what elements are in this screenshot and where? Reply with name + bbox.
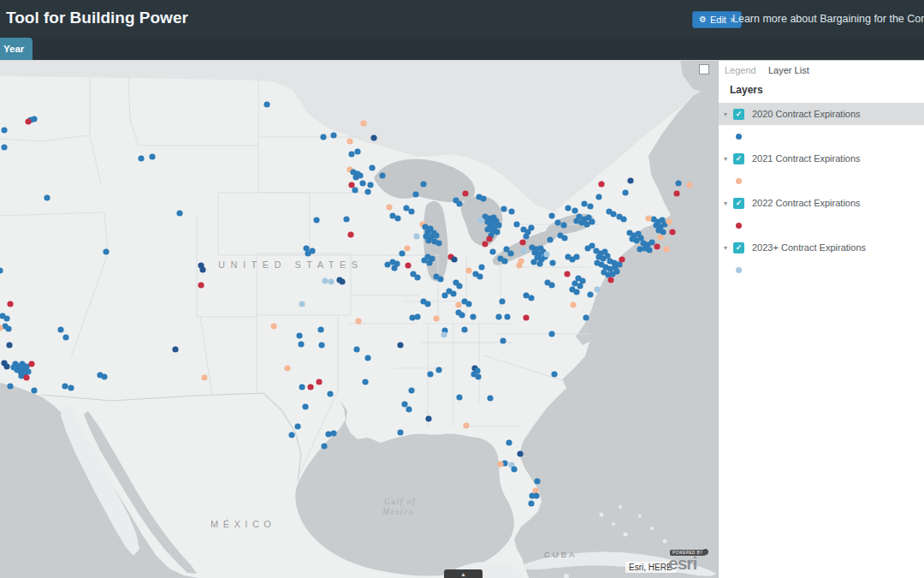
map-dot[interactable]	[316, 378, 322, 384]
map-dot[interactable]	[500, 206, 506, 212]
map-dot[interactable]	[482, 241, 488, 247]
map-dot[interactable]	[561, 235, 567, 241]
map-dot[interactable]	[564, 271, 570, 277]
tab-layer-list[interactable]: Layer List	[768, 65, 809, 75]
map-dot[interactable]	[420, 181, 426, 187]
map-dot[interactable]	[587, 291, 593, 297]
map-dot[interactable]	[610, 211, 616, 217]
map-dot[interactable]	[325, 431, 331, 437]
map-dot[interactable]	[330, 132, 336, 138]
map-dot[interactable]	[409, 314, 415, 320]
map-dot[interactable]	[499, 298, 505, 304]
map-dot[interactable]	[450, 290, 456, 296]
map-dot[interactable]	[379, 172, 385, 178]
overview-toggle-icon[interactable]	[699, 64, 709, 74]
map-dot[interactable]	[318, 342, 324, 348]
map-dot[interactable]	[355, 318, 361, 324]
map-dot[interactable]	[547, 236, 553, 242]
map-dot[interactable]	[414, 313, 420, 319]
map-dot[interactable]	[646, 247, 652, 253]
map-dot[interactable]	[321, 443, 327, 449]
map-dot[interactable]	[270, 323, 276, 329]
map-dot[interactable]	[408, 208, 414, 214]
map-dot[interactable]	[601, 269, 607, 275]
map-dot[interactable]	[570, 301, 576, 307]
map-dot[interactable]	[370, 134, 376, 140]
map-canvas[interactable]: UNITED STATES MÉXICO Gulf of Mexico CUBA	[0, 61, 718, 578]
learn-more-link[interactable]: Learn more about Bargaining for the Comm…	[732, 13, 924, 25]
map-dot[interactable]	[406, 406, 412, 412]
map-dot[interactable]	[426, 259, 432, 265]
map-dot[interactable]	[619, 256, 625, 262]
map-dot[interactable]	[62, 334, 68, 340]
map-dot[interactable]	[480, 195, 486, 201]
map-dot[interactable]	[594, 259, 600, 265]
chevron-down-icon[interactable]: ▾	[724, 200, 732, 207]
map-dot[interactable]	[7, 301, 13, 307]
chevron-down-icon[interactable]: ▾	[724, 155, 732, 163]
map-dot[interactable]	[572, 207, 578, 213]
map-dot[interactable]	[23, 374, 29, 380]
map-dot[interactable]	[264, 101, 270, 107]
map-container[interactable]: UNITED STATES MÉXICO Gulf of Mexico CUBA…	[0, 60, 718, 578]
tab-legend[interactable]: Legend	[725, 65, 756, 75]
map-dot[interactable]	[523, 233, 529, 239]
map-dot[interactable]	[288, 432, 294, 438]
map-dot[interactable]	[528, 295, 534, 301]
map-dot[interactable]	[199, 266, 205, 272]
map-dot[interactable]	[433, 315, 439, 321]
map-dot[interactable]	[413, 233, 419, 239]
map-dot[interactable]	[7, 383, 13, 389]
map-dot[interactable]	[296, 332, 302, 338]
map-dot[interactable]	[298, 341, 304, 347]
map-dot[interactable]	[477, 273, 483, 279]
map-dot[interactable]	[573, 289, 579, 295]
map-dot[interactable]	[519, 239, 525, 245]
map-dot[interactable]	[294, 423, 300, 429]
map-dot[interactable]	[666, 218, 672, 224]
map-dot[interactable]	[1, 144, 7, 150]
map-dot[interactable]	[459, 312, 465, 318]
map-dot[interactable]	[587, 203, 593, 209]
map-dot[interactable]	[28, 361, 34, 366]
map-dot[interactable]	[504, 313, 510, 319]
map-dot[interactable]	[353, 346, 359, 352]
map-dot[interactable]	[441, 331, 447, 337]
map-dot[interactable]	[425, 237, 431, 243]
map-dot[interactable]	[397, 342, 403, 348]
map-dot[interactable]	[477, 217, 483, 223]
map-dot[interactable]	[424, 301, 430, 307]
map-dot[interactable]	[501, 258, 507, 264]
map-dot[interactable]	[532, 487, 538, 493]
map-dot[interactable]	[581, 200, 587, 206]
layer-checkbox[interactable]	[733, 109, 744, 120]
map-dot[interactable]	[528, 500, 534, 506]
map-dot[interactable]	[44, 194, 50, 200]
map-dot[interactable]	[437, 276, 443, 282]
map-dot[interactable]	[62, 383, 68, 389]
map-dot[interactable]	[516, 262, 522, 268]
map-dot[interactable]	[637, 246, 643, 252]
map-dot[interactable]	[327, 390, 333, 396]
map-dot[interactable]	[507, 250, 513, 256]
map-dot[interactable]	[405, 262, 411, 268]
map-dot[interactable]	[401, 401, 407, 407]
map-dot[interactable]	[494, 229, 500, 235]
map-dot[interactable]	[305, 250, 311, 256]
map-dot[interactable]	[412, 191, 418, 197]
map-dot[interactable]	[645, 215, 651, 221]
map-dot[interactable]	[10, 364, 16, 370]
map-dot[interactable]	[663, 246, 669, 252]
map-dot[interactable]	[391, 265, 397, 271]
map-dot[interactable]	[475, 373, 481, 379]
map-dot[interactable]	[530, 259, 536, 265]
map-dot[interactable]	[403, 205, 409, 211]
map-dot[interactable]	[360, 120, 366, 126]
map-dot[interactable]	[495, 222, 501, 228]
map-dot[interactable]	[25, 368, 31, 374]
map-dot[interactable]	[362, 378, 368, 384]
layer-row-2023plus[interactable]: ▾ 2023+ Contract Expirations	[719, 236, 924, 259]
map-dot[interactable]	[465, 267, 471, 273]
map-dot[interactable]	[408, 387, 414, 393]
map-dot[interactable]	[322, 277, 328, 283]
